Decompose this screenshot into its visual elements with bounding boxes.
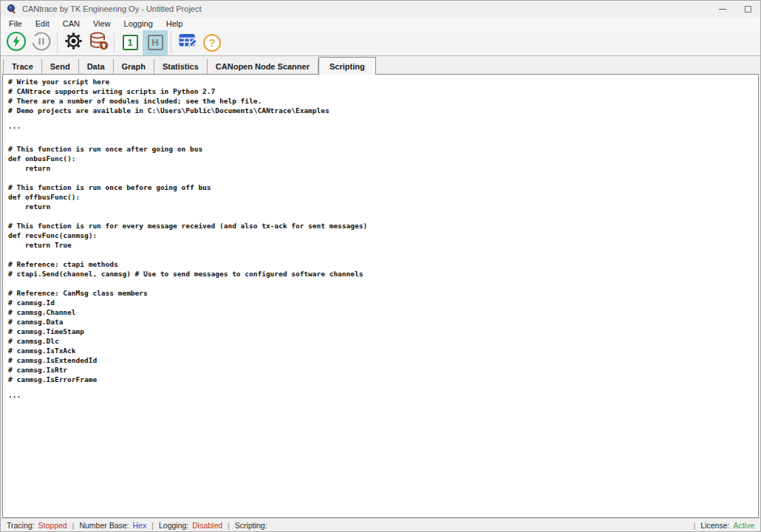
tab-send[interactable]: Send [42,59,79,74]
number-base-hex-button[interactable]: H [143,30,168,55]
square-1-icon: 1 [123,35,138,50]
settings-button[interactable] [61,30,86,55]
status-right: | License: Active [692,521,754,530]
database-upload-icon [88,30,109,55]
number-base-decimal-button[interactable]: 1 [117,30,143,55]
toolbar-separator [171,33,171,53]
logging-value: Disabled [192,521,222,530]
status-bar: Tracing: Stopped | Number Base: Hex | Lo… [1,518,760,531]
status-separator: | [71,521,76,530]
menu-edit[interactable]: Edit [29,18,56,29]
edit-table-button[interactable] [174,30,199,55]
help-button[interactable]: ? [199,30,225,55]
toolbar-separator [114,33,115,53]
minimize-icon [719,9,726,10]
menu-view[interactable]: View [86,18,117,29]
maximize-icon [745,6,751,13]
toolbar: 1 H ? [1,30,760,56]
logging-label: Logging: [159,521,188,530]
status-separator: | [150,521,155,530]
scripting-label: Scripting: [235,521,267,530]
tab-data[interactable]: Data [79,59,114,74]
go-off-bus-button[interactable] [29,30,54,55]
lightning-circle-icon [6,31,27,55]
tab-strip: Trace Send Data Graph Statistics CANopen… [1,56,760,74]
number-base-value: Hex [133,521,147,530]
menu-logging[interactable]: Logging [117,18,160,29]
status-separator: | [226,521,231,530]
square-h-icon: H [148,35,163,50]
number-base-label: Number Base: [79,521,129,530]
table-pencil-icon [177,30,198,55]
menu-help[interactable]: Help [160,18,190,29]
tab-canopen-node-scanner[interactable]: CANopen Node Scanner [208,59,318,74]
pause-circle-icon [31,31,52,55]
maximize-button[interactable] [735,1,760,17]
tracing-value: Stopped [38,521,67,530]
tab-trace[interactable]: Trace [3,59,42,74]
load-database-button[interactable] [86,30,111,55]
window-title: CANtrace by TK Engineering Oy - Untitled… [22,4,202,13]
menubar: File Edit CAN View Logging Help [1,17,760,30]
script-editor-panel: # Write your script here # CANtrace supp… [2,74,759,518]
license-label: License: [700,521,729,530]
status-separator: | [692,521,697,530]
window-controls [710,1,760,17]
go-on-bus-button[interactable] [4,30,29,55]
toolbar-separator [57,33,58,53]
tracing-label: Tracing: [7,521,35,530]
tab-graph[interactable]: Graph [114,59,154,74]
question-circle-icon: ? [203,34,221,52]
license-value: Active [733,521,754,530]
gear-icon [63,30,84,55]
menu-can[interactable]: CAN [56,18,86,29]
status-left: Tracing: Stopped | Number Base: Hex | Lo… [7,521,267,530]
tab-scripting[interactable]: Scripting [318,57,376,75]
titlebar: CANtrace by TK Engineering Oy - Untitled… [1,1,760,17]
menu-file[interactable]: File [2,18,29,29]
minimize-button[interactable] [710,1,735,17]
script-editor[interactable]: # Write your script here # CANtrace supp… [3,75,758,403]
tab-statistics[interactable]: Statistics [154,59,208,74]
app-magnifier-icon [7,4,17,14]
